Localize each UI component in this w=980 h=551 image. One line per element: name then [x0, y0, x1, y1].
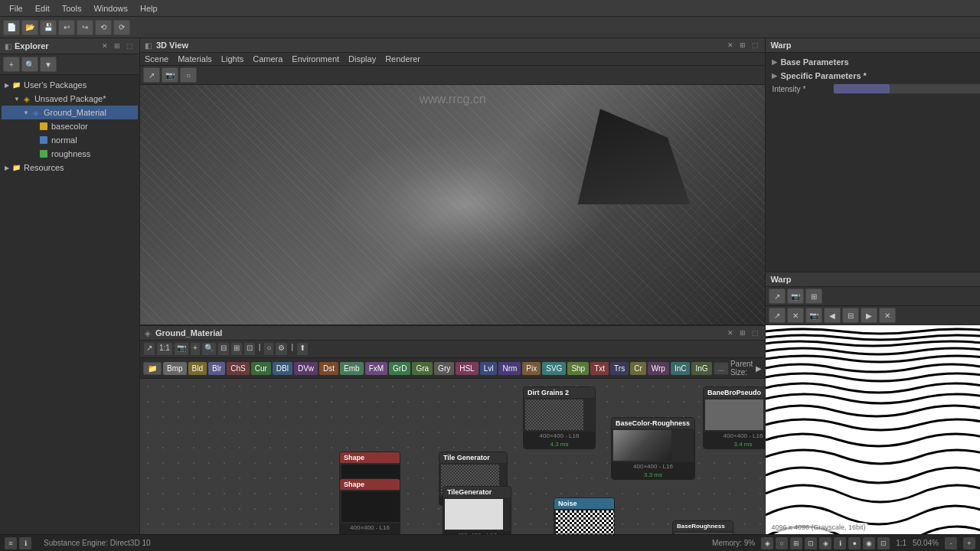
gm-3d[interactable]: ○	[263, 342, 274, 356]
tree-users-packages[interactable]: ▶ 📁 User's Packages	[2, 78, 138, 92]
menu-tools[interactable]: Tools	[56, 2, 88, 15]
toolbar-redo[interactable]: ↪	[77, 20, 93, 35]
gm-dock[interactable]: ⊞	[737, 328, 748, 338]
menu-file[interactable]: File	[3, 2, 29, 15]
menu-display[interactable]: Display	[348, 54, 376, 64]
node-bane-bro[interactable]: BaneBroPseudo 400×400 - L16 3.4 ms	[703, 386, 765, 449]
toolbar-rotate-l[interactable]: ⟲	[95, 20, 112, 35]
filter-fxm[interactable]: FxM	[365, 362, 387, 375]
bs-icon1[interactable]: ≡	[5, 537, 17, 549]
gm-ratio[interactable]: 1:1	[156, 342, 173, 356]
menu-help[interactable]: Help	[134, 2, 164, 15]
view3d-content[interactable]: www.rrcg.cn	[140, 85, 765, 324]
node-basecolor-roughness[interactable]: BaseColor-Roughness 400×400 - L16 3.3 ms	[611, 417, 695, 480]
bs-icon-r8[interactable]: ◉	[863, 537, 875, 549]
gm-zoom[interactable]: 🔍	[201, 342, 217, 356]
explorer-dock[interactable]: ⊞	[112, 41, 122, 51]
bs-icon-r9[interactable]: ⊡	[877, 537, 890, 549]
toolbar-new[interactable]: 📄	[3, 20, 20, 35]
view3d-float[interactable]: ⬚	[750, 40, 760, 51]
gm-canvas[interactable]: Shape 400×400 - L16 ● Tile Generator 400…	[140, 379, 765, 551]
filter-chs[interactable]: ChS	[227, 362, 249, 375]
bs-zoom-out[interactable]: -	[945, 537, 957, 549]
view3d-dock[interactable]: ⊞	[737, 40, 748, 51]
bs-icon-r6[interactable]: ℹ	[834, 537, 846, 549]
warp-t3-5[interactable]: ⊟	[842, 308, 859, 323]
tree-roughness[interactable]: roughness	[2, 147, 138, 161]
node-tile-gen2[interactable]: TileGenerator 400×400 - L16	[443, 486, 511, 540]
menu-scene[interactable]: Scene	[145, 54, 168, 64]
filter-grd[interactable]: GrD	[389, 362, 410, 375]
warp-tb3[interactable]: ⊞	[805, 289, 822, 304]
filter-cr[interactable]: Cr	[630, 362, 646, 375]
gm-float[interactable]: ⬚	[750, 328, 760, 338]
view3d-close[interactable]: ✕	[725, 40, 736, 51]
warp-t3-1[interactable]: ↗	[769, 308, 786, 323]
bs-icon-r5[interactable]: ◈	[819, 537, 831, 549]
specific-params-title[interactable]: ▶ Specific Parameters *	[772, 71, 980, 80]
filter-bmp[interactable]: Bmp	[163, 362, 187, 375]
filter-gry[interactable]: Gry	[434, 362, 454, 375]
intensity-slider[interactable]	[833, 83, 980, 94]
filter-dvw[interactable]: DVw	[294, 362, 318, 375]
warp-t3-4[interactable]: ◀	[824, 308, 841, 323]
tree-resources[interactable]: ▶ 📁 Resources	[2, 161, 138, 174]
warp-t3-3[interactable]: 📷	[805, 308, 822, 323]
gm-fit[interactable]: ↗	[143, 342, 155, 356]
tree-ground-material[interactable]: ▼ ◈ Ground_Material	[2, 106, 138, 119]
gm-settings[interactable]: ⚙	[275, 342, 288, 356]
gm-snap[interactable]: 📷	[174, 342, 189, 356]
filter-wrp[interactable]: Wrp	[648, 362, 669, 375]
bs-icon-r7[interactable]: ●	[848, 537, 861, 549]
menu-windows[interactable]: Windows	[87, 2, 134, 15]
gm-zoom-out[interactable]: ⊟	[217, 342, 230, 356]
warp-t3-7[interactable]: ✕	[879, 308, 896, 323]
tree-unsaved-package[interactable]: ▼ ◈ Unsaved Package*	[2, 92, 138, 106]
filter-dbl[interactable]: DBl	[273, 362, 292, 375]
bs-icon-r1[interactable]: ◈	[761, 537, 773, 549]
bs-icon-r3[interactable]: ⊞	[790, 537, 802, 549]
toolbar-open[interactable]: 📂	[21, 20, 38, 35]
menu-edit[interactable]: Edit	[29, 2, 56, 15]
filter-bld[interactable]: Bld	[188, 362, 207, 375]
filter-lvl[interactable]: Lvl	[480, 362, 498, 375]
explorer-float[interactable]: ⬚	[124, 41, 135, 51]
bs-icon-r2[interactable]: ○	[776, 537, 788, 549]
filter-inc[interactable]: InC	[671, 362, 691, 375]
filter-shp[interactable]: Shp	[567, 362, 589, 375]
filter-hsl[interactable]: HSL	[456, 362, 478, 375]
warp-t3-2[interactable]: ✕	[787, 308, 804, 323]
warp-tb2[interactable]: 📷	[787, 289, 804, 304]
warp-preview[interactable]: 4096 x 4096 (Grayscale, 16bit) 1024×24	[766, 325, 980, 535]
menu-camera[interactable]: Camera	[253, 54, 283, 64]
warp-t3-6[interactable]: ▶	[861, 308, 877, 323]
explorer-filter[interactable]: ▼	[40, 57, 57, 72]
bs-icon-r4[interactable]: ⊡	[805, 537, 817, 549]
filter-more[interactable]: ...	[714, 362, 729, 375]
filter-txt[interactable]: Txt	[590, 362, 609, 375]
explorer-add[interactable]: +	[3, 57, 20, 72]
bs-icon2[interactable]: ℹ	[19, 537, 31, 549]
filter-trs[interactable]: Trs	[610, 362, 629, 375]
gm-grid[interactable]: ⊞	[230, 342, 243, 356]
menu-lights[interactable]: Lights	[221, 54, 243, 64]
view3d-cam[interactable]: 📷	[162, 67, 178, 83]
node-dirt-grains[interactable]: Dirt Grains 2 400×400 - L16 4.3 ms	[523, 386, 596, 449]
toolbar-rotate-r[interactable]: ⟳	[113, 20, 130, 35]
explorer-search[interactable]: 🔍	[21, 57, 38, 72]
menu-renderer[interactable]: Renderer	[385, 54, 420, 64]
gm-export[interactable]: ⬆	[296, 342, 309, 356]
view3d-obj[interactable]: ○	[180, 67, 197, 83]
tree-normal[interactable]: normal	[2, 133, 138, 147]
menu-environment[interactable]: Environment	[292, 54, 339, 64]
menu-materials[interactable]: Materials	[178, 54, 212, 64]
explorer-close[interactable]: ✕	[100, 41, 110, 51]
gm-add[interactable]: +	[190, 342, 201, 356]
bs-zoom-in[interactable]: +	[963, 537, 975, 549]
node-bottom-red[interactable]: Shape 400×400 - L16 ●	[339, 478, 400, 541]
warp-tb1[interactable]: ↗	[769, 289, 786, 304]
toolbar-undo[interactable]: ↩	[58, 20, 75, 35]
toolbar-save[interactable]: 💾	[40, 20, 57, 35]
filter-cur[interactable]: Cur	[251, 362, 271, 375]
filter-blr[interactable]: Blr	[208, 362, 225, 375]
